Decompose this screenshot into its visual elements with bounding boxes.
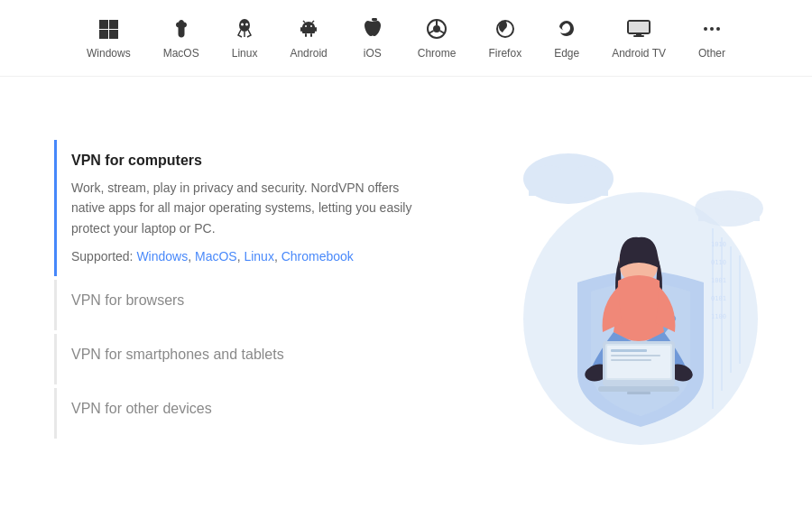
android-icon (296, 16, 321, 42)
nav-item-windows[interactable]: Windows (70, 11, 147, 65)
svg-rect-14 (300, 27, 302, 32)
nav-item-edge[interactable]: Edge (538, 11, 595, 65)
linux-icon (232, 16, 257, 42)
nav-item-macos[interactable]: MacOS (147, 11, 216, 65)
svg-rect-59 (598, 386, 679, 392)
nav-label-android-tv: Android TV (612, 47, 666, 60)
svg-rect-27 (636, 33, 641, 35)
svg-rect-0 (99, 20, 108, 29)
macos-icon (169, 16, 194, 42)
link-linux[interactable]: Linux (244, 249, 273, 264)
svg-text:1010: 1010 (711, 241, 726, 248)
svg-point-18 (372, 18, 377, 22)
nav-label-ios: iOS (364, 47, 382, 60)
svg-point-29 (704, 27, 707, 31)
svg-point-30 (710, 27, 714, 31)
svg-point-5 (241, 23, 244, 26)
link-macos[interactable]: MacOS (195, 249, 237, 264)
svg-text:0110: 0110 (711, 259, 726, 266)
svg-point-20 (433, 25, 440, 32)
main-content: VPN for computers Work, stream, play in … (0, 77, 812, 509)
illustration: 1010 0110 1001 0101 1100 (433, 129, 776, 472)
svg-text:0101: 0101 (711, 295, 726, 302)
left-panel: VPN for computers Work, stream, play in … (54, 104, 433, 497)
svg-rect-60 (627, 392, 651, 394)
windows-icon (96, 16, 121, 42)
nav-label-linux: Linux (232, 47, 258, 60)
svg-rect-35 (529, 180, 608, 196)
svg-line-13 (312, 21, 314, 23)
section-desc-computers: Work, stream, play in privacy and securi… (71, 178, 433, 238)
chrome-icon (424, 16, 449, 42)
svg-point-10 (305, 25, 307, 27)
svg-rect-9 (302, 26, 315, 33)
svg-point-6 (245, 23, 248, 26)
supported-links: Windows, MacOS, Linux, Chromebook (136, 249, 353, 264)
ios-icon (360, 16, 385, 42)
section-vpn-other[interactable]: VPN for other devices (54, 388, 433, 439)
firefox-icon (493, 16, 518, 42)
svg-rect-57 (611, 355, 660, 356)
nav-label-firefox: Firefox (488, 47, 521, 60)
nav-item-android-tv[interactable]: Android TV (595, 11, 682, 65)
nav-label-windows: Windows (87, 47, 131, 60)
svg-rect-15 (315, 27, 317, 32)
top-nav: Windows MacOS Linux (0, 0, 812, 77)
android-tv-icon (626, 16, 651, 42)
other-icon (699, 16, 724, 42)
svg-rect-17 (310, 33, 312, 37)
nav-label-macos: MacOS (163, 47, 199, 60)
svg-rect-16 (305, 33, 307, 37)
svg-rect-58 (611, 359, 651, 361)
nav-label-edge: Edge (554, 47, 579, 60)
section-title-smartphones: VPN for smartphones and tablets (71, 347, 284, 363)
nav-label-android: Android (290, 47, 327, 60)
link-chromebook[interactable]: Chromebook (281, 249, 354, 264)
svg-rect-26 (629, 22, 649, 32)
supported-line: Supported: Windows, MacOS, Linux, Chrome… (71, 249, 354, 264)
section-vpn-browsers[interactable]: VPN for browsers (54, 280, 433, 330)
svg-rect-2 (99, 30, 108, 39)
svg-line-22 (429, 31, 433, 33)
nav-item-other[interactable]: Other (682, 11, 742, 65)
svg-point-11 (310, 25, 312, 27)
nav-item-firefox[interactable]: Firefox (472, 11, 538, 65)
nav-label-chrome: Chrome (418, 47, 457, 60)
svg-rect-28 (633, 35, 644, 37)
nav-label-other: Other (698, 47, 725, 60)
svg-text:1001: 1001 (711, 277, 726, 284)
link-windows[interactable]: Windows (136, 249, 188, 264)
nav-item-linux[interactable]: Linux (216, 11, 274, 65)
right-panel: 1010 0110 1001 0101 1100 (433, 104, 776, 497)
svg-line-12 (303, 21, 305, 23)
svg-rect-1 (109, 20, 118, 29)
section-vpn-smartphones[interactable]: VPN for smartphones and tablets (54, 334, 433, 384)
svg-line-23 (440, 31, 445, 33)
supported-label: Supported: (71, 249, 134, 264)
section-title-other: VPN for other devices (71, 401, 212, 417)
nav-item-ios[interactable]: iOS (344, 11, 401, 65)
nav-item-chrome[interactable]: Chrome (401, 11, 473, 65)
section-title-computers: VPN for computers (71, 153, 202, 169)
svg-rect-56 (611, 349, 647, 352)
svg-rect-3 (109, 30, 118, 39)
svg-point-31 (716, 27, 720, 31)
nav-item-android[interactable]: Android (273, 11, 343, 65)
section-vpn-computers[interactable]: VPN for computers Work, stream, play in … (54, 140, 433, 276)
section-title-browsers: VPN for browsers (71, 292, 184, 309)
svg-text:1100: 1100 (711, 313, 726, 320)
edge-icon (554, 16, 579, 42)
